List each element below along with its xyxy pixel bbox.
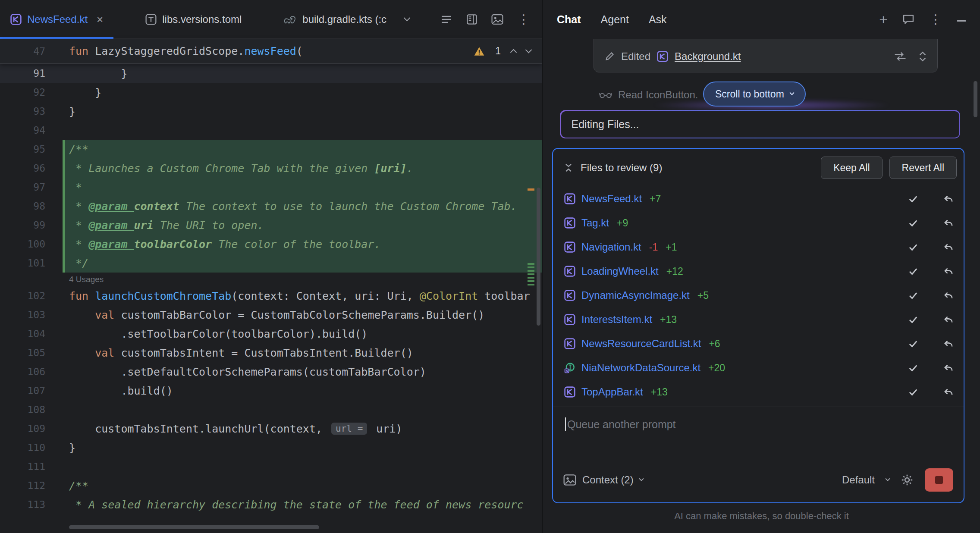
code-line-101[interactable]: 101 */ xyxy=(0,254,542,273)
revert-all-button[interactable]: Revert All xyxy=(889,157,957,179)
code-line-91[interactable]: 91 } xyxy=(0,64,542,83)
file-name-link[interactable]: InterestsItem.kt xyxy=(581,314,652,326)
keep-all-button[interactable]: Keep All xyxy=(821,157,882,179)
file-review-row[interactable]: DynamicAsyncImage.kt+5 xyxy=(553,283,964,307)
comment-icon[interactable] xyxy=(902,14,914,25)
keep-file-button[interactable] xyxy=(908,314,919,325)
file-review-row[interactable]: LoadingWheel.kt+12 xyxy=(553,259,964,283)
file-review-row[interactable]: NewsResourceCardList.kt+6 xyxy=(553,332,964,356)
file-name-link[interactable]: Navigation.kt xyxy=(581,241,641,253)
file-name-link[interactable]: NewsFeed.kt xyxy=(581,193,642,205)
code-line-96[interactable]: 96 * Launches a Custom Chrome Tab with t… xyxy=(0,159,542,178)
file-review-row[interactable]: InterestsItem.kt+13 xyxy=(553,307,964,332)
revert-file-button[interactable] xyxy=(943,362,954,373)
close-tab-icon[interactable]: × xyxy=(97,14,103,25)
usages-inlay-hint[interactable]: 4 Usages xyxy=(0,273,542,286)
file-name-link[interactable]: DynamicAsyncImage.kt xyxy=(581,289,690,301)
code-line-108[interactable]: 108 xyxy=(0,400,542,419)
code-line-97[interactable]: 97 * xyxy=(0,178,542,197)
tab-build-gradle[interactable]: build.gradle.kts (:c xyxy=(273,0,397,38)
code-line-105[interactable]: 105 val customTabsIntent = CustomTabsInt… xyxy=(0,343,542,362)
keep-file-button[interactable] xyxy=(908,290,919,301)
prev-warning-icon[interactable] xyxy=(510,49,517,56)
file-review-row[interactable]: TopAppBar.kt+13 xyxy=(553,380,964,404)
code-line-95[interactable]: 95/** xyxy=(0,140,542,159)
line-number: 108 xyxy=(0,400,63,419)
prompt-input[interactable]: Queue another prompt xyxy=(553,407,964,463)
revert-file-button[interactable] xyxy=(943,314,954,325)
editor-vertical-scrollbar[interactable] xyxy=(537,188,540,326)
revert-file-button[interactable] xyxy=(943,241,954,253)
scroll-to-bottom-button[interactable]: Scroll to bottom xyxy=(703,82,806,107)
file-review-row[interactable]: Tag.kt+9 xyxy=(553,211,964,235)
expand-icon[interactable] xyxy=(918,51,927,62)
chat-scrollbar[interactable] xyxy=(974,81,977,117)
code-line-111[interactable]: 111 xyxy=(0,457,542,476)
file-name-link[interactable]: TopAppBar.kt xyxy=(581,386,643,398)
code-line-103[interactable]: 103 val customTabBarColor = CustomTabCol… xyxy=(0,305,542,324)
tab-ask[interactable]: Ask xyxy=(649,13,667,26)
keep-file-button[interactable] xyxy=(908,386,919,398)
file-name-link[interactable]: NiaNetworkDataSource.kt xyxy=(581,362,700,374)
code-line-109[interactable]: 109 customTabsIntent.launchUrl(context, … xyxy=(0,419,542,438)
revert-file-button[interactable] xyxy=(943,338,954,349)
file-review-row[interactable]: NewsFeed.kt+7 xyxy=(553,187,964,211)
file-name-link[interactable]: Tag.kt xyxy=(581,217,609,229)
code-line-94[interactable]: 94 xyxy=(0,121,542,140)
collapse-icon[interactable] xyxy=(563,163,574,173)
tab-libs-versions[interactable]: libs.versions.toml xyxy=(135,0,252,38)
revert-file-button[interactable] xyxy=(943,386,954,398)
stop-button[interactable] xyxy=(925,468,953,492)
file-review-row[interactable]: Navigation.kt-1+1 xyxy=(553,235,964,259)
tab-chat[interactable]: Chat xyxy=(557,13,581,26)
code-line-112[interactable]: 112/** xyxy=(0,476,542,495)
keep-file-button[interactable] xyxy=(908,266,919,277)
edited-file-link[interactable]: Background.kt xyxy=(675,50,741,63)
code-line-102[interactable]: 102fun launchCustomChromeTab(context: Co… xyxy=(0,286,542,305)
code-line-93[interactable]: 93} xyxy=(0,102,542,121)
more-options-icon[interactable]: ⋮ xyxy=(929,13,942,26)
new-chat-icon[interactable]: + xyxy=(879,12,888,27)
revert-file-button[interactable] xyxy=(943,290,954,301)
sticky-code-line[interactable]: 47 fun LazyStaggeredGridScope.newsFeed( … xyxy=(0,39,542,64)
line-list-icon[interactable] xyxy=(440,14,452,25)
code-line-113[interactable]: 113 * A sealed hierarchy describing the … xyxy=(0,495,542,514)
tab-agent[interactable]: Agent xyxy=(601,13,629,26)
more-options-icon[interactable]: ⋮ xyxy=(517,13,530,26)
gear-icon[interactable] xyxy=(901,473,914,486)
code-line-106[interactable]: 106 .setDefaultColorSchemeParams(customT… xyxy=(0,362,542,381)
structure-view-icon[interactable] xyxy=(466,14,477,25)
code-line-100[interactable]: 100 * @param toolbarColor The color of t… xyxy=(0,235,542,254)
tab-newsfeed[interactable]: NewsFeed.kt × xyxy=(0,0,113,38)
code-lines[interactable]: 91 }92 }93}9495/**96 * Launches a Custom… xyxy=(0,64,542,514)
revert-file-button[interactable] xyxy=(943,193,954,204)
keep-file-button[interactable] xyxy=(908,338,919,349)
code-line-110[interactable]: 110} xyxy=(0,438,542,457)
code-line-107[interactable]: 107 .build() xyxy=(0,381,542,400)
tab-list-dropdown[interactable] xyxy=(397,0,417,38)
chevron-down-icon xyxy=(789,91,794,95)
diff-icon[interactable] xyxy=(894,51,906,62)
keep-file-button[interactable] xyxy=(908,217,919,229)
minimize-icon[interactable] xyxy=(957,16,966,23)
model-selector[interactable]: Default xyxy=(842,474,875,486)
code-line-92[interactable]: 92 } xyxy=(0,83,542,102)
image-icon[interactable] xyxy=(491,14,503,25)
editor-horizontal-scrollbar[interactable] xyxy=(69,525,319,529)
edited-file-card[interactable]: Edited Background.kt xyxy=(594,34,938,72)
revert-file-button[interactable] xyxy=(943,266,954,277)
file-name-link[interactable]: LoadingWheel.kt xyxy=(581,265,659,277)
code-line-98[interactable]: 98 * @param context The context to use t… xyxy=(0,197,542,216)
file-name-link[interactable]: NewsResourceCardList.kt xyxy=(581,338,701,350)
context-selector[interactable]: Context (2) xyxy=(582,474,634,486)
scroll-to-bottom-label: Scroll to bottom xyxy=(715,88,784,100)
keep-file-button[interactable] xyxy=(908,241,919,253)
attach-image-icon[interactable] xyxy=(563,474,576,486)
revert-file-button[interactable] xyxy=(943,217,954,229)
keep-file-button[interactable] xyxy=(908,362,919,373)
code-line-104[interactable]: 104 .setToolbarColor(toolbarColor).build… xyxy=(0,324,542,343)
next-warning-icon[interactable] xyxy=(525,47,532,53)
file-review-row[interactable]: NiaNetworkDataSource.kt+20 xyxy=(553,356,964,380)
code-line-99[interactable]: 99 * @param uri The URI to open. xyxy=(0,216,542,235)
keep-file-button[interactable] xyxy=(908,193,919,204)
